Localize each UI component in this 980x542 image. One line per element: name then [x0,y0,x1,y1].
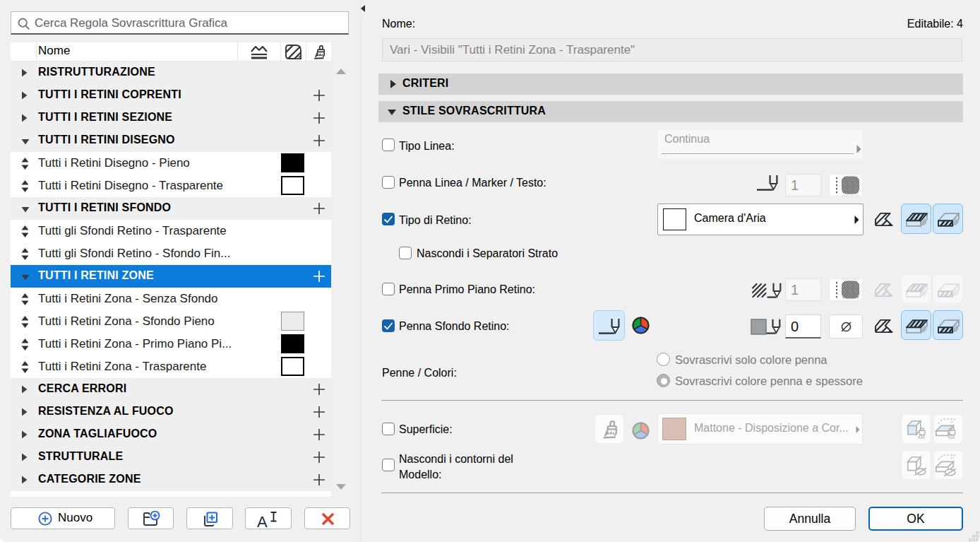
svg-text:A: A [257,513,268,528]
